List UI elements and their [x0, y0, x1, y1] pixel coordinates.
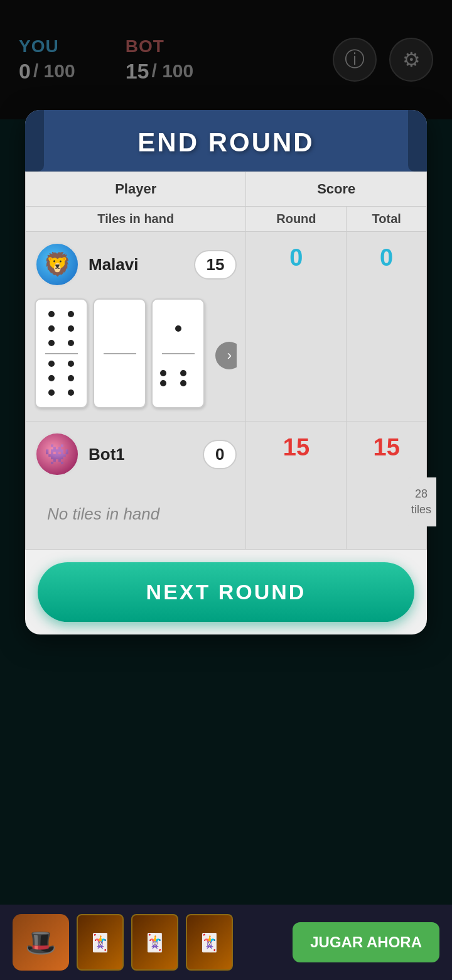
- modal-overlay: END ROUND Player Score Tiles in hand Rou…: [0, 0, 452, 980]
- domino-1: [35, 298, 88, 408]
- player1-row: 🦁 Malavi 15: [26, 232, 427, 422]
- player1-round-score: 0: [246, 232, 347, 422]
- bottom-ad: 🎩 🃏 🃏 🃏 JUGAR AHORA: [0, 905, 452, 980]
- no-tiles-text: No tiles in hand: [35, 486, 237, 543]
- score-table: Player Score Tiles in hand Round Total 🦁…: [25, 172, 427, 550]
- player1-avatar: 🦁: [35, 242, 80, 287]
- domino-3-bottom: [158, 356, 198, 401]
- sub-round-header: Round: [246, 207, 347, 232]
- ad-card-2: 🃏: [131, 914, 178, 971]
- player1-cell: 🦁 Malavi 15: [26, 232, 246, 422]
- domino-1-top: [41, 306, 82, 352]
- ad-game-icon: 🎩: [13, 914, 69, 971]
- player1-info: 🦁 Malavi 15: [35, 242, 237, 287]
- domino-3-top: [158, 306, 198, 352]
- side-peek: 28 tiles: [406, 477, 436, 526]
- domino-1-bottom: [41, 356, 82, 401]
- scroll-dominoes-button[interactable]: ›: [215, 342, 237, 369]
- domino-2: [93, 298, 146, 408]
- ad-play-button[interactable]: JUGAR AHORA: [293, 922, 439, 962]
- player2-round-score: 15: [246, 422, 347, 550]
- player2-tile-count: 0: [203, 440, 237, 469]
- domino-2-bottom: [99, 356, 140, 401]
- player1-name: Malavi: [89, 255, 139, 275]
- player1-total-score: 0: [347, 232, 427, 422]
- col-player-header: Player: [26, 172, 246, 207]
- modal-title: END ROUND: [137, 128, 314, 157]
- col-score-header: Score: [246, 172, 427, 207]
- end-round-modal: END ROUND Player Score Tiles in hand Rou…: [25, 110, 427, 634]
- side-peek-label: tiles: [411, 503, 431, 516]
- ad-card-1: 🃏: [77, 914, 124, 971]
- sub-total-header: Total: [347, 207, 427, 232]
- next-round-button[interactable]: NEXT ROUND: [38, 562, 414, 622]
- player2-row: 👾 Bot1 0 No tiles in hand 15 15: [26, 422, 427, 550]
- side-peek-count: 28: [415, 487, 428, 500]
- player2-avatar: 👾: [35, 432, 80, 477]
- ad-card-3: 🃏: [186, 914, 233, 971]
- player2-info: 👾 Bot1 0: [35, 432, 237, 477]
- modal-banner: END ROUND: [25, 110, 427, 172]
- domino-3: [151, 298, 205, 408]
- player2-name: Bot1: [89, 445, 125, 464]
- player2-cell: 👾 Bot1 0 No tiles in hand: [26, 422, 246, 550]
- player1-tile-count: 15: [194, 250, 237, 280]
- player1-dominoes: ›: [35, 296, 237, 415]
- sub-tiles-header: Tiles in hand: [26, 207, 246, 232]
- domino-2-top: [99, 306, 140, 352]
